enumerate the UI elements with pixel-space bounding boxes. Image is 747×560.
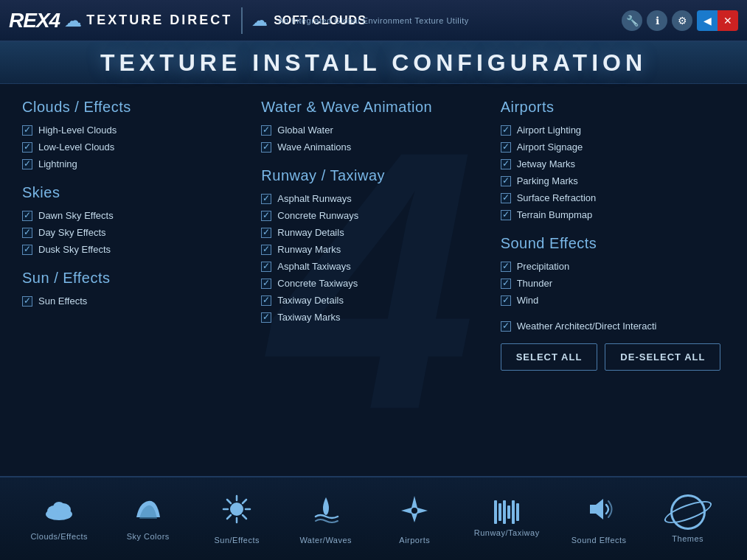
runway-bar (516, 503, 519, 521)
list-item: Terrain Bumpmap (501, 209, 725, 220)
skies-section: Skies Dawn Sky Effects Day Sky Effects D… (22, 184, 246, 255)
nav-label-themes: Themes (672, 534, 703, 543)
weather-architect-label: Weather Architect/Direct Interacti (517, 321, 657, 332)
close-button[interactable]: ✕ (718, 10, 738, 31)
surface-refraction-checkbox[interactable] (501, 193, 511, 203)
list-item: High-Level Clouds (22, 125, 246, 136)
list-item: Dusk Sky Effects (22, 244, 246, 255)
nav-item-sun-effects[interactable]: Sun/Effects (207, 493, 266, 545)
bottom-navigation: Clouds/Effects Sky Colors (0, 476, 747, 560)
jetway-marks-checkbox[interactable] (501, 159, 511, 169)
airport-nav-icon (398, 493, 431, 531)
svg-line-9 (227, 500, 231, 503)
sun-section: Sun / Effects Sun Effects (22, 270, 246, 307)
nav-label-airports: Airports (399, 536, 430, 545)
dawn-sky-checkbox[interactable] (22, 211, 32, 221)
nav-item-water-waves[interactable]: Water/Waves (296, 493, 355, 545)
runway-marks-checkbox[interactable] (261, 245, 271, 255)
list-item: Asphalt Runways (261, 193, 485, 204)
water-section-title: Water & Wave Animation (261, 99, 485, 116)
list-item: Wind (501, 295, 725, 306)
svg-line-12 (227, 515, 231, 519)
list-item: Sun Effects (22, 295, 246, 307)
list-item: Airport Lighting (501, 125, 725, 136)
wind-label: Wind (517, 295, 539, 306)
nav-item-sound-effects[interactable]: Sound Effects (569, 493, 628, 545)
concrete-runways-checkbox[interactable] (261, 211, 271, 221)
concrete-taxiways-label: Concrete Taxiways (277, 278, 358, 289)
texture-direct-label: TEXTURE DIRECT (86, 13, 232, 28)
app-header: REX4 ☁ TEXTURE DIRECT ☁ SOFT CLOUDS An I… (0, 0, 747, 42)
list-item: Global Water (261, 125, 485, 136)
wave-animations-checkbox[interactable] (261, 142, 271, 153)
list-item: Airport Signage (501, 141, 725, 153)
runway-bar (507, 505, 510, 519)
jetway-marks-label: Jetway Marks (517, 158, 575, 169)
airports-section-title: Airports (501, 99, 725, 116)
gear-button[interactable]: ⚙ (672, 10, 692, 31)
nav-label-sun-effects: Sun/Effects (214, 536, 260, 545)
high-level-clouds-checkbox[interactable] (22, 125, 32, 136)
asphalt-runways-checkbox[interactable] (261, 194, 271, 204)
runway-marks-label: Runway Marks (277, 244, 341, 255)
clouds-section: Clouds / Effects High-Level Clouds Low-L… (22, 99, 246, 169)
logo-section: REX4 ☁ TEXTURE DIRECT (9, 9, 232, 32)
minimize-button[interactable]: ◀ (697, 10, 718, 31)
asphalt-runways-label: Asphalt Runways (277, 193, 351, 204)
taxiway-details-checkbox[interactable] (261, 295, 271, 306)
rex-logo: REX4 (9, 9, 60, 32)
list-item: Jetway Marks (501, 158, 725, 169)
runway-section: Runway / Taxiway Asphalt Runways Concret… (261, 167, 485, 323)
water-section: Water & Wave Animation Global Water Wave… (261, 99, 485, 153)
airport-signage-checkbox[interactable] (501, 142, 511, 153)
airports-section: Airports Airport Lighting Airport Signag… (501, 99, 725, 220)
nav-item-airports[interactable]: Airports (385, 493, 444, 545)
sun-effects-checkbox[interactable] (22, 296, 32, 307)
thunder-label: Thunder (517, 278, 552, 289)
header-divider (241, 7, 243, 34)
terrain-bumpmap-checkbox[interactable] (501, 210, 511, 220)
wrench-button[interactable]: 🔧 (622, 10, 642, 31)
list-item: Low-Level Clouds (22, 141, 246, 153)
asphalt-taxiways-label: Asphalt Taxiways (277, 261, 350, 272)
center-column: Water & Wave Animation Global Water Wave… (261, 99, 485, 461)
dusk-sky-checkbox[interactable] (22, 245, 32, 255)
nav-item-sky-colors[interactable]: Sky Colors (119, 497, 178, 541)
list-item: Thunder (501, 278, 725, 289)
thunder-checkbox[interactable] (501, 279, 511, 289)
nav-label-runway-taxiway: Runway/Taxiway (474, 528, 540, 537)
global-water-checkbox[interactable] (261, 125, 271, 136)
day-sky-checkbox[interactable] (22, 228, 32, 238)
wave-animations-label: Wave Animations (277, 141, 351, 153)
precipitation-checkbox[interactable] (501, 262, 511, 272)
info-button[interactable]: ℹ (647, 10, 667, 31)
nav-item-themes[interactable]: Themes (659, 494, 718, 543)
parking-marks-checkbox[interactable] (501, 176, 511, 186)
select-all-button[interactable]: SELECT ALL (501, 343, 598, 371)
lightning-checkbox[interactable] (22, 159, 32, 169)
themes-icon-wrap (666, 494, 710, 530)
taxiway-marks-checkbox[interactable] (261, 312, 271, 323)
list-item: Weather Architect/Direct Interacti (501, 321, 725, 332)
list-item: Runway Marks (261, 244, 485, 255)
deselect-all-button[interactable]: DE-SELECT ALL (605, 343, 720, 371)
list-item: Day Sky Effects (22, 227, 246, 238)
weather-architect-checkbox[interactable] (501, 321, 511, 332)
airport-lighting-checkbox[interactable] (501, 125, 511, 136)
runway-details-checkbox[interactable] (261, 228, 271, 238)
list-item: Taxiway Details (261, 295, 485, 306)
nav-label-water-waves: Water/Waves (299, 536, 352, 545)
concrete-taxiways-checkbox[interactable] (261, 279, 271, 289)
runway-nav-icon (494, 500, 519, 524)
concrete-runways-label: Concrete Runways (277, 210, 358, 221)
low-level-clouds-checkbox[interactable] (22, 142, 32, 153)
runway-bar (498, 503, 501, 521)
wind-checkbox[interactable] (501, 295, 511, 306)
list-item: Parking Marks (501, 175, 725, 186)
nav-item-runway-taxiway[interactable]: Runway/Taxiway (474, 500, 540, 537)
list-item: Lightning (22, 158, 246, 169)
nav-item-clouds-effects[interactable]: Clouds/Effects (29, 497, 88, 541)
taxiway-marks-label: Taxiway Marks (277, 312, 340, 323)
asphalt-taxiways-checkbox[interactable] (261, 262, 271, 272)
list-item: Runway Details (261, 227, 485, 238)
